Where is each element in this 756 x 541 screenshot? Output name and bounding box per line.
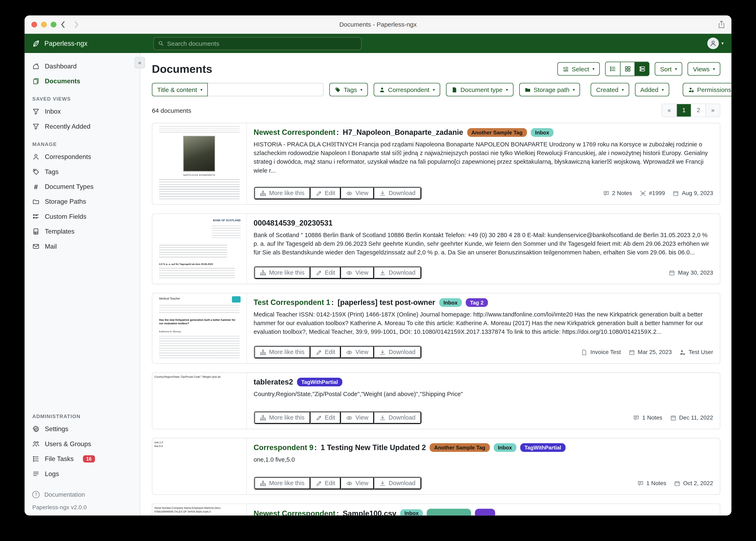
more-like-this-button[interactable]: More like this xyxy=(254,187,310,200)
sidebar-item-templates[interactable]: Templates xyxy=(25,224,140,239)
sidebar-item-tags[interactable]: Tags xyxy=(25,164,140,179)
document-thumbnail[interactable]: Country,Region/State,"Zip/Postal Code","… xyxy=(152,373,247,429)
global-search[interactable] xyxy=(153,37,361,50)
view-detail-button[interactable] xyxy=(634,62,649,76)
more-like-this-button[interactable]: More like this xyxy=(254,267,310,279)
sidebar-item-settings[interactable]: Settings xyxy=(25,422,140,436)
document-thumbnail[interactable]: BANK OF SCOTLAND 2,0 % p. a. auf Ihr Tag… xyxy=(152,214,247,284)
tag-pill[interactable]: Inbox xyxy=(400,509,423,516)
download-button[interactable]: Download xyxy=(374,346,421,358)
sort-button[interactable]: Sort ▾ xyxy=(655,62,682,76)
edit-button[interactable]: Edit xyxy=(310,187,341,200)
document-thumbnail[interactable]: Serial Number,Company Name,Employee Mark… xyxy=(152,504,247,515)
documentation-link[interactable]: ? Documentation xyxy=(25,488,140,501)
sidebar-item-file-tasks[interactable]: File Tasks 16 xyxy=(25,451,140,466)
correspondent-link[interactable]: Newest Correspondent xyxy=(254,509,335,516)
sidebar-item-dashboard[interactable]: Dashboard xyxy=(25,59,140,74)
edit-button[interactable]: Edit xyxy=(310,267,341,279)
sidebar-item-logs[interactable]: Logs xyxy=(25,466,140,481)
tag-pill[interactable]: Another Sample Tag xyxy=(430,443,490,452)
tag-pill[interactable] xyxy=(427,509,471,516)
app-brand[interactable]: Paperless-ngx xyxy=(25,39,140,47)
tag-pill[interactable]: TagWithPartial xyxy=(520,443,566,452)
sidebar-item-recently-added[interactable]: Recently Added xyxy=(25,119,140,134)
tag-pill[interactable]: Another Sample Tag xyxy=(467,128,527,137)
view-button[interactable]: View xyxy=(341,346,374,358)
filter-created-button[interactable]: Created ▾ xyxy=(591,83,629,96)
tag-pill[interactable]: Tag 2 xyxy=(466,298,488,307)
document-title-link[interactable]: H7_Napoleon_Bonaparte_zadanie xyxy=(343,128,463,137)
notes-indicator[interactable]: 1 Notes xyxy=(633,414,662,421)
back-button[interactable] xyxy=(60,21,66,30)
filter-text-input[interactable] xyxy=(208,83,324,96)
document-thumbnail[interactable]: Medical Teacher Has the new Kirkpatrick … xyxy=(152,293,247,363)
view-button[interactable]: View xyxy=(341,267,374,279)
note-icon xyxy=(603,190,609,196)
sidebar-item-mail[interactable]: Mail xyxy=(25,239,140,254)
correspondent-link[interactable]: Test Correspondent 1 xyxy=(254,298,330,307)
view-button[interactable]: View xyxy=(341,477,374,489)
select-button[interactable]: Select ▾ xyxy=(557,62,600,76)
view-list-button[interactable] xyxy=(606,62,620,76)
sidebar-collapse-button[interactable]: « xyxy=(135,57,145,68)
document-thumbnail[interactable]: NAPOLEON BONAPARTE xyxy=(152,123,247,204)
view-button[interactable]: View xyxy=(341,187,374,200)
forward-button[interactable] xyxy=(74,21,79,30)
close-window-button[interactable] xyxy=(31,22,37,27)
sidebar-item-document-types[interactable]: # Document Types xyxy=(25,179,140,194)
sidebar-item-custom-fields[interactable]: Custom Fields xyxy=(25,209,140,224)
more-like-this-button[interactable]: More like this xyxy=(254,346,310,358)
document-title-link[interactable]: [paperless] test post-owner xyxy=(338,298,435,307)
card-actions: More like this Edit View Download xyxy=(254,266,422,279)
view-grid-button[interactable] xyxy=(620,62,634,76)
document-title-link[interactable]: 0004814539_20230531 xyxy=(254,219,333,228)
share-button[interactable] xyxy=(718,20,725,30)
correspondent-link[interactable]: Newest Correspondent xyxy=(254,128,335,137)
tag-pill[interactable]: Inbox xyxy=(531,128,554,137)
tag-pill[interactable] xyxy=(475,509,495,516)
tag-pill[interactable]: Inbox xyxy=(494,443,516,452)
sidebar-item-documents[interactable]: Documents xyxy=(25,74,140,89)
tag-pill[interactable]: TagWithPartial xyxy=(297,378,342,386)
sidebar-item-inbox[interactable]: Inbox xyxy=(25,104,140,119)
sidebar-item-users-groups[interactable]: Users & Groups xyxy=(25,436,140,451)
filter-correspondent-button[interactable]: Correspondent ▾ xyxy=(373,83,440,96)
document-title-link[interactable]: Sample100.csv xyxy=(343,509,396,516)
sidebar-item-storage-paths[interactable]: Storage Paths xyxy=(25,194,140,209)
document-title-link[interactable]: tablerates2 xyxy=(254,378,293,386)
pagination-page-2[interactable]: 2 xyxy=(691,104,705,117)
edit-button[interactable]: Edit xyxy=(310,346,341,358)
download-button[interactable]: Download xyxy=(374,187,421,200)
notes-indicator[interactable]: 2 Notes xyxy=(603,190,632,197)
download-button[interactable]: Download xyxy=(374,411,421,424)
pencil-icon xyxy=(316,415,322,421)
more-like-this-button[interactable]: More like this xyxy=(254,411,310,424)
filter-storage-path-button[interactable]: Storage path ▾ xyxy=(519,83,580,96)
pagination-last[interactable]: » xyxy=(705,104,720,117)
filter-added-button[interactable]: Added ▾ xyxy=(635,83,669,96)
view-button[interactable]: View xyxy=(341,411,374,424)
pagination-first[interactable]: « xyxy=(662,104,676,117)
minimize-window-button[interactable] xyxy=(41,22,47,27)
tag-pill[interactable]: Inbox xyxy=(439,298,462,307)
views-button[interactable]: Views ▾ xyxy=(688,62,720,76)
filter-permissions-button[interactable]: Permissions ▾ xyxy=(683,83,731,96)
pagination-page-1[interactable]: 1 xyxy=(676,104,691,117)
download-button[interactable]: Download xyxy=(374,477,421,489)
search-input[interactable] xyxy=(167,40,357,47)
document-title-link[interactable]: 1 Testing New Title Updated 2 xyxy=(321,443,426,452)
user-menu[interactable]: ▾ xyxy=(708,38,724,49)
correspondent-link[interactable]: Correspondent 9 xyxy=(254,443,313,452)
filter-field-button[interactable]: Title & content ▾ xyxy=(152,83,208,96)
filter-document-type-button[interactable]: Document type ▾ xyxy=(446,83,513,96)
chevron-down-icon: ▾ xyxy=(360,87,362,92)
notes-indicator[interactable]: 1 Notes xyxy=(637,480,666,487)
document-thumbnail[interactable]: one,1.0five,5.0 xyxy=(152,438,247,494)
filter-tags-button[interactable]: Tags ▾ xyxy=(329,83,368,96)
download-button[interactable]: Download xyxy=(374,267,421,279)
zoom-window-button[interactable] xyxy=(51,22,56,27)
sidebar-item-correspondents[interactable]: Correspondents xyxy=(25,149,140,164)
more-like-this-button[interactable]: More like this xyxy=(254,477,310,489)
edit-button[interactable]: Edit xyxy=(310,411,341,424)
edit-button[interactable]: Edit xyxy=(310,477,341,489)
